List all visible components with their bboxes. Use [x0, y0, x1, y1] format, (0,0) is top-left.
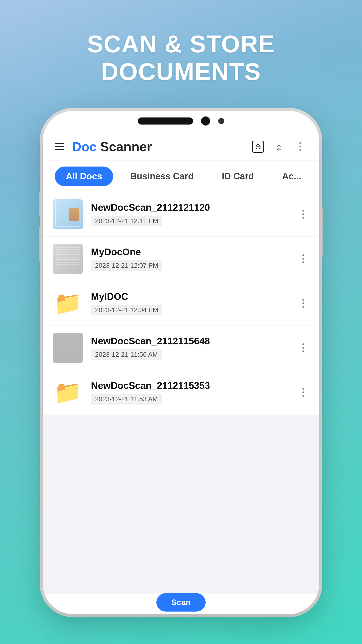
more-options-button[interactable] — [293, 140, 307, 154]
search-button[interactable]: ⌕ — [272, 140, 286, 154]
list-item[interactable]: 📁 MyIDOC 2023-12-21 12:04 PM — [43, 281, 319, 326]
more-icon — [302, 254, 304, 263]
volume-down-button — [39, 227, 43, 262]
more-icon — [302, 299, 304, 308]
document-thumbnail: 📁 — [53, 288, 83, 318]
logo-scanner: Scanner — [97, 139, 152, 154]
power-button — [319, 207, 323, 257]
list-item[interactable]: NewDocScan_2112115648 2023-12-21 11:56 A… — [43, 326, 319, 370]
document-info: MyDocOne 2023-12-21 12:07 PM — [91, 247, 289, 271]
phone-top-bar — [43, 111, 319, 131]
document-date: 2023-12-21 12:07 PM — [91, 260, 162, 271]
document-info: NewDocScan_2112121120 2023-12-21 12:11 P… — [91, 202, 289, 226]
more-icon — [302, 388, 304, 397]
document-info: NewDocScan_2112115648 2023-12-21 11:56 A… — [91, 336, 289, 360]
headline-line2: DOCUMENTS — [87, 58, 275, 86]
document-name: NewDocScan_2112115648 — [91, 336, 289, 347]
hamburger-line — [55, 143, 64, 144]
sensor-dot — [218, 118, 224, 124]
add-icon: ⊕ — [252, 141, 264, 153]
front-camera — [201, 116, 210, 126]
search-icon: ⌕ — [276, 141, 282, 152]
document-more-button[interactable] — [297, 253, 309, 265]
tab-id-card[interactable]: ID Card — [211, 167, 265, 186]
document-thumbnail — [53, 199, 83, 229]
tab-business-card[interactable]: Business Card — [119, 167, 205, 186]
tab-more[interactable]: Ac... — [271, 167, 312, 186]
document-thumbnail — [53, 333, 83, 363]
document-date: 2023-12-21 12:04 PM — [91, 305, 162, 315]
volume-up-button — [39, 191, 43, 217]
header-left: Doc Scanner — [55, 139, 152, 154]
app-logo: Doc Scanner — [72, 139, 152, 154]
notch-pill — [138, 117, 193, 125]
filter-tabs: All Docs Business Card ID Card Ac... — [43, 160, 319, 192]
document-name: NewDocScan_2112121120 — [91, 202, 289, 213]
document-thumbnail: 📁 — [53, 377, 83, 408]
more-icon — [302, 210, 304, 219]
tab-all-docs[interactable]: All Docs — [55, 167, 113, 186]
scan-fab-button[interactable]: Scan — [156, 593, 206, 612]
document-more-button[interactable] — [297, 386, 309, 398]
bottom-bar: Scan — [43, 594, 319, 614]
document-name: MyIDOC — [91, 291, 289, 302]
document-info: MyIDOC 2023-12-21 12:04 PM — [91, 291, 289, 315]
id-photo — [69, 208, 79, 221]
headline-line1: SCAN & STORE — [87, 30, 275, 58]
document-date: 2023-12-21 11:53 AM — [91, 394, 162, 405]
list-item[interactable]: MyDocOne 2023-12-21 12:07 PM — [43, 237, 319, 281]
document-thumbnail — [53, 244, 83, 274]
document-more-button[interactable] — [297, 342, 309, 354]
document-info: NewDocScan_2112115353 2023-12-21 11:53 A… — [91, 380, 289, 405]
folder-thumbnail: 📁 — [53, 377, 83, 408]
app-content: Doc Scanner ⊕ ⌕ — [43, 131, 319, 614]
document-date: 2023-12-21 12:11 PM — [91, 216, 162, 226]
document-date: 2023-12-21 11:56 AM — [91, 349, 162, 360]
document-more-button[interactable] — [297, 297, 309, 309]
document-list: NewDocScan_2112121120 2023-12-21 12:11 P… — [43, 192, 319, 594]
logo-doc: Doc — [72, 139, 97, 154]
document-name: MyDocOne — [91, 247, 289, 258]
app-headline: SCAN & STORE DOCUMENTS — [87, 30, 275, 86]
add-document-button[interactable]: ⊕ — [251, 140, 265, 154]
phone-frame: Doc Scanner ⊕ ⌕ — [43, 111, 319, 614]
more-icon — [299, 142, 301, 151]
more-icon — [302, 343, 304, 352]
list-item[interactable]: 📁 NewDocScan_2112115353 2023-12-21 11:53… — [43, 370, 319, 415]
hamburger-line — [55, 146, 64, 147]
folder-thumbnail: 📁 — [53, 288, 83, 318]
id-card-thumbnail — [53, 199, 83, 229]
app-header: Doc Scanner ⊕ ⌕ — [43, 131, 319, 160]
doc-thumbnail — [53, 244, 83, 274]
hamburger-line — [55, 149, 64, 150]
document-name: NewDocScan_2112115353 — [91, 380, 289, 391]
noise-thumbnail — [53, 333, 83, 363]
header-right: ⊕ ⌕ — [251, 140, 307, 154]
phone-mockup: Doc Scanner ⊕ ⌕ — [43, 111, 319, 614]
document-more-button[interactable] — [297, 208, 309, 220]
hamburger-menu-button[interactable] — [55, 143, 64, 150]
list-item[interactable]: NewDocScan_2112121120 2023-12-21 12:11 P… — [43, 192, 319, 237]
